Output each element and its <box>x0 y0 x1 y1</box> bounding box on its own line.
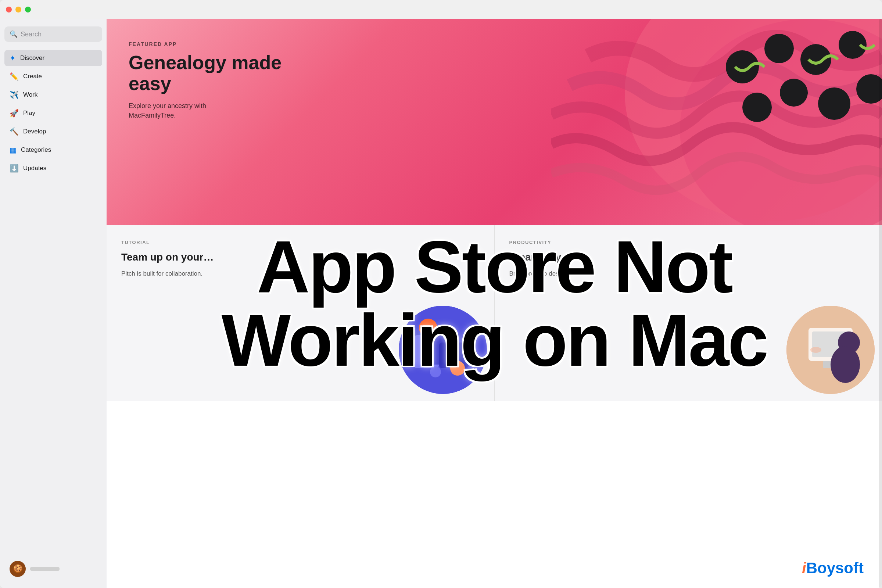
card-2-illustration <box>786 306 874 394</box>
card-1-desc: Pitch is built for collaboration. <box>121 269 480 278</box>
cards-row: TUTORIAL Team up on your… Pitch is built… <box>106 225 882 401</box>
traffic-lights <box>6 7 31 12</box>
card-1-title: Team up on your… <box>121 251 480 264</box>
sidebar-item-categories[interactable]: ▦ Categories <box>4 142 102 158</box>
card-productivity: PRODUCTIVITY Clean up your… Bring order … <box>495 225 882 401</box>
svg-point-4 <box>800 44 831 75</box>
work-icon: ✈️ <box>9 90 19 99</box>
user-name <box>30 567 60 571</box>
categories-icon: ▦ <box>9 146 16 154</box>
svg-point-3 <box>764 34 794 63</box>
main-layout: 🔍 Search ✦ Discover ✏️ Create ✈️ Work 🚀 … <box>0 19 882 588</box>
categories-label: Categories <box>21 146 51 154</box>
discover-icon: ✦ <box>9 54 16 63</box>
sidebar-item-updates[interactable]: ⬇️ Updates <box>4 160 102 176</box>
banner-content: FEATURED APP Genealogy made easy Explore… <box>129 41 312 120</box>
svg-point-6 <box>742 93 772 122</box>
content-area: FEATURED APP Genealogy made easy Explore… <box>106 19 882 588</box>
close-button[interactable] <box>6 7 12 12</box>
card-1-label: TUTORIAL <box>121 240 480 245</box>
sidebar-user[interactable]: 🍪 <box>4 557 102 580</box>
banner-illustration <box>551 19 882 225</box>
search-placeholder: Search <box>21 30 42 38</box>
svg-point-24 <box>810 347 821 353</box>
card-2-desc: Bring order to desktop chaos. <box>509 269 868 278</box>
develop-icon: 🔨 <box>9 127 19 136</box>
work-label: Work <box>23 91 38 99</box>
sidebar-item-develop[interactable]: 🔨 Develop <box>4 123 102 140</box>
featured-label: FEATURED APP <box>129 41 312 47</box>
svg-point-16 <box>450 361 465 376</box>
create-icon: ✏️ <box>9 72 19 81</box>
sidebar-item-discover[interactable]: ✦ Discover <box>4 50 102 66</box>
watermark-brand: Boysoft <box>806 560 864 577</box>
watermark-text: iBoysoft <box>802 560 864 577</box>
play-label: Play <box>23 110 35 117</box>
svg-point-7 <box>780 79 808 106</box>
sidebar-item-play[interactable]: 🚀 Play <box>4 105 102 121</box>
svg-point-17 <box>430 366 441 377</box>
svg-point-5 <box>838 31 867 59</box>
avatar: 🍪 <box>9 561 26 577</box>
watermark: iBoysoft <box>802 560 864 577</box>
scrollbar[interactable] <box>879 19 882 588</box>
discover-label: Discover <box>20 54 45 62</box>
card-1-illustration <box>399 306 487 394</box>
sidebar-item-work[interactable]: ✈️ Work <box>4 87 102 103</box>
develop-label: Develop <box>23 128 46 135</box>
banner-subtitle: Explore your ancestry with MacFamilyTree… <box>129 101 254 120</box>
banner-title: Genealogy made easy <box>129 52 312 94</box>
svg-point-2 <box>726 50 759 83</box>
minimize-button[interactable] <box>15 7 21 12</box>
maximize-button[interactable] <box>25 7 31 12</box>
card-2-label: PRODUCTIVITY <box>509 240 868 245</box>
search-icon: 🔍 <box>9 30 18 38</box>
title-bar <box>0 0 882 19</box>
app-window: 🔍 Search ✦ Discover ✏️ Create ✈️ Work 🚀 … <box>0 0 882 588</box>
svg-point-14 <box>443 328 458 342</box>
svg-point-8 <box>818 87 850 120</box>
sidebar-item-create[interactable]: ✏️ Create <box>4 68 102 84</box>
watermark-i: i <box>802 560 806 577</box>
card-2-title: Clean up your… <box>509 251 868 264</box>
updates-icon: ⬇️ <box>9 164 19 173</box>
updates-label: Updates <box>23 165 46 172</box>
sidebar: 🔍 Search ✦ Discover ✏️ Create ✈️ Work 🚀 … <box>0 19 106 588</box>
svg-point-13 <box>419 319 437 337</box>
create-label: Create <box>23 73 42 80</box>
search-bar[interactable]: 🔍 Search <box>4 27 102 42</box>
card-tutorial: TUTORIAL Team up on your… Pitch is built… <box>106 225 495 401</box>
featured-banner: FEATURED APP Genealogy made easy Explore… <box>106 19 882 225</box>
svg-point-23 <box>831 346 860 383</box>
play-icon: 🚀 <box>9 109 19 118</box>
